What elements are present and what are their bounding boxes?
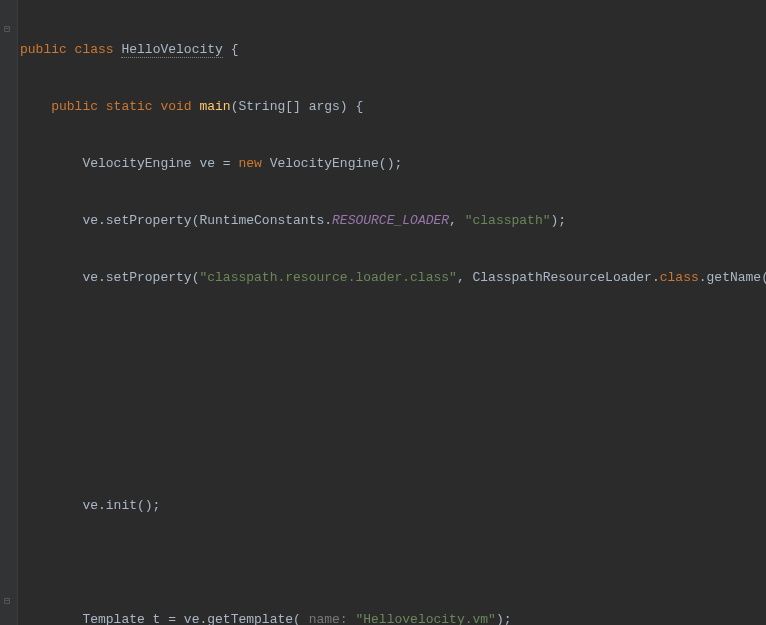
- code-line: [18, 439, 766, 458]
- fold-minus-icon[interactable]: ⊟: [4, 25, 14, 35]
- code-line: ve.init();: [18, 496, 766, 515]
- code-line: [18, 553, 766, 572]
- code-line: ve.setProperty(RuntimeConstants.RESOURCE…: [18, 211, 766, 230]
- parameter-hint: name:: [309, 612, 356, 625]
- code-line: Template t = ve.getTemplate( name: "Hell…: [18, 610, 766, 625]
- code-line: public static void main(String[] args) {: [18, 97, 766, 116]
- gutter: ⊟ ⊟: [0, 0, 18, 625]
- code-line: public class HelloVelocity {: [18, 40, 766, 59]
- code-line: ve.setProperty("classpath.resource.loade…: [18, 268, 766, 287]
- code-editor[interactable]: public class HelloVelocity { public stat…: [18, 0, 766, 625]
- code-line: [18, 325, 766, 344]
- fold-close-icon[interactable]: ⊟: [4, 597, 14, 607]
- code-line: [18, 382, 766, 401]
- code-line: VelocityEngine ve = new VelocityEngine()…: [18, 154, 766, 173]
